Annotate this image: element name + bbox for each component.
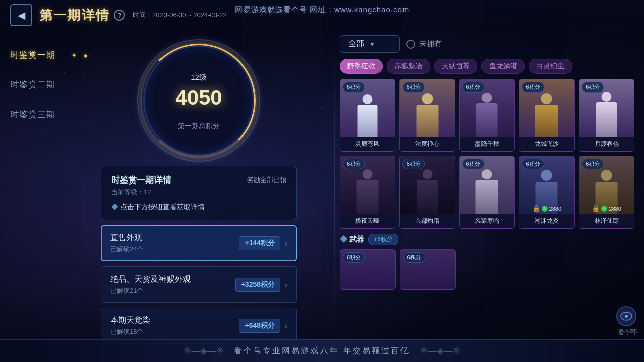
- category-name: 直售外观: [110, 233, 239, 243]
- bottom-deco-right: ※—◈—※: [420, 345, 460, 356]
- svg-point-2: [626, 316, 627, 317]
- back-button[interactable]: ◀: [10, 4, 32, 26]
- category-points: +144积分: [239, 236, 280, 250]
- category-premium[interactable]: 绝品、天赏及神赐外观 已解锁21个 +3258积分 ›: [101, 266, 297, 303]
- category-dropdown[interactable]: 全部 ▼: [340, 35, 400, 53]
- points-badge: 6积分: [343, 82, 365, 93]
- card-hanyuanlongyan[interactable]: 6积分 🔒 2880 瀚渊: [519, 156, 575, 229]
- card-linzexianzong[interactable]: 6积分 🔒 2880 林泽: [579, 156, 634, 229]
- page-title: 第一期详情: [39, 7, 110, 24]
- card-name: 灵鹿苍风: [340, 137, 395, 151]
- category-left: 直售外观 已解锁24个: [110, 233, 239, 254]
- dropdown-label: 全部: [348, 39, 364, 49]
- card-moyinqianqiu[interactable]: 6积分 墨隐千秋: [459, 79, 515, 152]
- ea-text: ea: [630, 327, 637, 334]
- card-name: 玄都灼霜: [400, 214, 455, 228]
- weapon-card-1[interactable]: 6积分: [340, 249, 396, 290]
- weapons-header: 武器 +6积分: [340, 234, 636, 245]
- category-left: 绝品、天赏及神赐外观 已解锁21个: [110, 274, 235, 295]
- points-badge: 6积分: [403, 159, 425, 169]
- card-name: 龙城飞沙: [519, 137, 574, 151]
- tab-bailing[interactable]: 白灵幻尘: [529, 59, 572, 74]
- tab-chihuyuyu[interactable]: 赤狐魅语: [387, 59, 430, 74]
- chevron-right-icon: ›: [284, 280, 287, 290]
- bottom-text: 看个号专业网易游戏八年 年交易额过百亿: [234, 346, 410, 356]
- website-banner: 网易游戏就选看个号 网址：www.kangchao.com: [235, 5, 410, 15]
- weapons-title: 武器: [340, 235, 364, 244]
- weapons-grid: 6积分 6积分: [340, 249, 636, 290]
- category-detail: 已解锁21个: [110, 286, 235, 295]
- category-detail: 已解锁18个: [110, 327, 239, 336]
- category-name: 本期天觉染: [110, 315, 239, 326]
- card-fengxiaohanming[interactable]: 6积分 风啸寒鸣: [459, 156, 515, 229]
- card-longchengfeisha[interactable]: 6积分 龙城飞沙: [519, 79, 575, 152]
- card-jiyetianxi[interactable]: 6积分 极夜天曦: [340, 156, 395, 229]
- category-tabs: 醉墨狂歌 赤狐魅语 天纵恒尊 鱼龙鳞潜 白灵幻尘: [340, 59, 636, 74]
- cards-area[interactable]: 6积分 灵鹿苍风 6积分: [340, 79, 636, 347]
- cards-grid: 6积分 灵鹿苍风 6积分: [340, 79, 636, 229]
- tab-tianzong[interactable]: 天纵恒尊: [434, 59, 477, 74]
- gauge-level: 12级: [143, 73, 254, 82]
- card-xuanduzhuoshuang[interactable]: 6积分 玄都灼霜: [399, 156, 455, 229]
- top-bar: ◀ 第一期详情 ? 时间：2023-06-30 ~ 2024-03-22 网易游…: [0, 0, 644, 30]
- star-icon: ✦: [71, 51, 78, 59]
- category-points: +648积分: [239, 319, 280, 333]
- points-badge: 6积分: [582, 159, 604, 169]
- points-badge: 6积分: [522, 159, 544, 169]
- tab-yulong[interactable]: 鱼龙鳞潜: [481, 59, 525, 74]
- category-left: 本期天觉染 已解锁18个: [110, 315, 239, 336]
- tab-zuimokunenge[interactable]: 醉墨狂歌: [340, 59, 383, 74]
- radio-button[interactable]: [406, 40, 415, 49]
- category-name: 绝品、天赏及神赐外观: [110, 274, 235, 285]
- sidebar: 时鉴赏一期 ✦ 时鉴赏二期 时鉴赏三期: [0, 30, 93, 352]
- card-linglucangfeng[interactable]: 6积分 灵鹿苍风: [340, 79, 395, 152]
- info-panel: 奖励全部已领 时鉴赏一期详情 当前等级：12 点击下方按钮查看获取详情: [101, 166, 297, 220]
- weapon-badge: 6积分: [403, 252, 425, 263]
- category-dye[interactable]: 本期天觉染 已解锁18个 +648积分 ›: [101, 308, 297, 344]
- points-badge: 6积分: [462, 82, 485, 93]
- bottom-deco-left: ※—◈—※: [184, 345, 224, 356]
- info-subtitle: 当前等级：12: [111, 188, 286, 197]
- points-badge: 6积分: [462, 159, 485, 169]
- gauge-score: 4050: [143, 85, 254, 110]
- filter-bar: 全部 ▼ 未拥有: [340, 35, 636, 53]
- card-name: 法度禅心: [400, 137, 455, 151]
- weapon-badge: 6积分: [343, 252, 365, 263]
- sidebar-item-period2[interactable]: 时鉴赏二期: [0, 70, 93, 100]
- card-name: 极夜天曦: [340, 214, 395, 228]
- bottom-bar: ※—◈—※ 看个号专业网易游戏八年 年交易额过百亿 ※—◈—※: [0, 339, 644, 362]
- gauge-sub-label: 第一期总积分: [143, 122, 254, 131]
- right-panel: 全部 ▼ 未拥有 醉墨狂歌 赤狐魅语 天纵恒尊 鱼龙鳞潜 白灵幻尘 6积分: [332, 30, 644, 352]
- reward-badge: 奖励全部已领: [247, 175, 286, 185]
- help-icon[interactable]: ?: [114, 10, 125, 21]
- category-points: +3258积分: [235, 278, 280, 292]
- card-name: 瀚渊龙炎: [519, 214, 574, 228]
- radio-label: 未拥有: [419, 39, 442, 49]
- unowned-filter[interactable]: 未拥有: [406, 39, 442, 49]
- logo-icon: [616, 306, 636, 326]
- dropdown-arrow-icon: ▼: [369, 41, 375, 48]
- sidebar-item-period1[interactable]: 时鉴赏一期 ✦: [0, 40, 93, 70]
- card-faduchanjin[interactable]: 6积分 法度禅心: [399, 79, 455, 152]
- points-badge: 6积分: [403, 82, 425, 93]
- card-name: 风啸寒鸣: [460, 214, 515, 228]
- points-badge: 6积分: [582, 82, 604, 93]
- points-badge: 6积分: [343, 159, 365, 169]
- info-hint: 点击下方按钮查看获取详情: [111, 203, 286, 212]
- card-name: 墨隐千秋: [460, 137, 515, 151]
- date-info: 时间：2023-06-30 ~ 2024-03-22: [133, 11, 227, 20]
- score-gauge: 12级 4050 第一期总积分: [143, 45, 254, 156]
- chevron-right-icon: ›: [284, 238, 287, 249]
- weapons-section: 武器 +6积分 6积分 6积分: [340, 234, 636, 290]
- weapons-points: +6积分: [368, 234, 398, 245]
- chevron-right-icon: ›: [284, 321, 287, 331]
- card-name: 月渡春色: [579, 137, 634, 151]
- sidebar-item-period3[interactable]: 时鉴赏三期: [0, 100, 93, 129]
- category-direct-sale[interactable]: 直售外观 已解锁24个 +144积分 ›: [101, 225, 297, 261]
- center-panel: 12级 4050 第一期总积分 奖励全部已领 时鉴赏一期详情 当前等级：12 点…: [88, 30, 309, 352]
- card-yueduchunse[interactable]: 6积分 月渡春色: [579, 79, 634, 152]
- points-badge: 6积分: [522, 82, 544, 93]
- category-detail: 已解锁24个: [110, 245, 239, 254]
- weapon-card-2[interactable]: 6积分: [400, 249, 456, 290]
- card-name: 林泽仙踪: [579, 214, 634, 228]
